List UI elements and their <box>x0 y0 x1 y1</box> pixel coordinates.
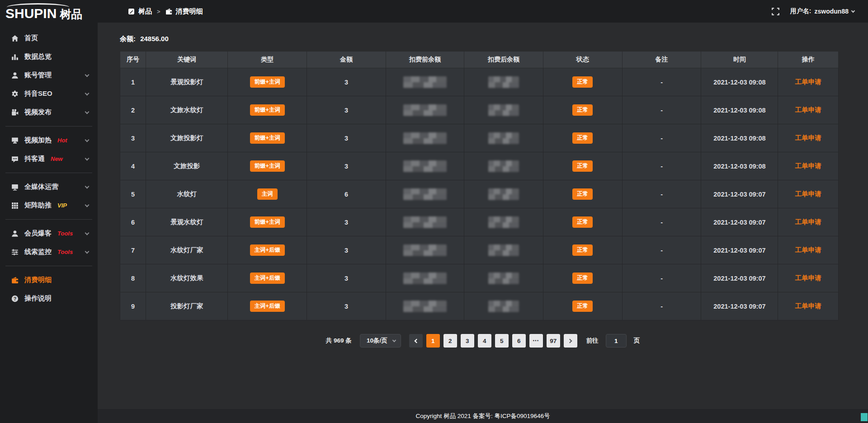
page-button-2[interactable]: 2 <box>443 334 457 348</box>
ticket-request-link[interactable]: 工单申请 <box>795 162 821 169</box>
user-menu[interactable]: 用户名: zswodun88 <box>790 7 854 15</box>
column-header: 时间 <box>701 52 778 68</box>
cell-remark: - <box>622 96 701 124</box>
ticket-request-link[interactable]: 工单申请 <box>795 106 821 113</box>
cell-index: 3 <box>120 124 146 152</box>
status-badge: 正常 <box>572 244 593 256</box>
ticket-request-link[interactable]: 工单申请 <box>795 218 821 226</box>
wallet-icon <box>165 8 172 15</box>
cell-action: 工单申请 <box>778 292 839 320</box>
page-button-1[interactable]: 1 <box>426 334 440 348</box>
sidebar-item-douyin-seo[interactable]: 抖音SEO <box>0 85 98 103</box>
sidebar-divider <box>5 219 92 220</box>
column-header: 关键词 <box>146 52 228 68</box>
cell-status: 正常 <box>543 264 622 292</box>
sidebar-item-instructions[interactable]: ?操作说明 <box>0 289 98 308</box>
cell-keyword: 景观投影灯 <box>146 68 228 96</box>
cell-action: 工单申请 <box>778 68 839 96</box>
page-button-3[interactable]: 3 <box>461 334 474 348</box>
brand-logo: SHUPIN 树品 <box>0 0 98 22</box>
redacted-balance-after <box>488 160 519 172</box>
cell-remark: - <box>622 208 701 236</box>
sidebar-item-label: 抖客通 <box>24 155 45 163</box>
sidebar-item-label: 数据总览 <box>24 52 52 61</box>
chevron-down-icon <box>85 184 90 188</box>
sidebar-nav: 首页数据总览账号管理抖音SEO视频发布视频加热Hot抖客通New全媒体运营矩阵助… <box>0 29 98 308</box>
cell-balance-after <box>464 180 543 208</box>
redacted-balance-after <box>488 301 519 312</box>
sidebar-item-media-operation[interactable]: 全媒体运营 <box>0 178 98 196</box>
topbar-right: 用户名: zswodun88 <box>772 7 854 15</box>
sidebar-item-video-publish[interactable]: 视频发布 <box>0 103 98 122</box>
sidebar-item-member-leads[interactable]: 会员爆客Tools <box>0 224 98 243</box>
sidebar-item-account-manage[interactable]: 账号管理 <box>0 66 98 85</box>
chat-icon <box>11 155 19 163</box>
page-button-5[interactable]: 5 <box>495 334 509 348</box>
balance-label: 余额: <box>120 35 136 42</box>
cell-time: 2021-12-03 09:08 <box>701 68 778 96</box>
cell-amount: 3 <box>307 124 386 152</box>
page-button-6[interactable]: 6 <box>512 334 526 348</box>
sidebar-item-badge: VIP <box>57 202 67 209</box>
brand-name-cn: 树品 <box>60 7 82 22</box>
ticket-request-link[interactable]: 工单申请 <box>795 134 821 141</box>
more-pages-button[interactable]: ••• <box>529 334 543 348</box>
status-badge: 正常 <box>572 273 593 284</box>
column-header: 状态 <box>543 52 622 68</box>
ticket-request-link[interactable]: 工单申请 <box>795 78 821 85</box>
sidebar-item-douketong[interactable]: 抖客通New <box>0 150 98 168</box>
cell-action: 工单申请 <box>778 236 839 264</box>
cell-balance-after <box>464 264 543 292</box>
ticket-request-link[interactable]: 工单申请 <box>795 190 821 197</box>
sidebar-item-home[interactable]: 首页 <box>0 29 98 47</box>
cell-index: 5 <box>120 180 146 208</box>
breadcrumb-root[interactable]: 树品 <box>138 7 152 16</box>
sidebar-divider <box>5 266 92 266</box>
ticket-request-link[interactable]: 工单申请 <box>795 274 821 282</box>
cell-balance-after <box>464 292 543 320</box>
table-row: 9投影灯厂家主词+后缀3正常-2021-12-03 09:07工单申请 <box>120 292 839 320</box>
sidebar-item-clue-monitor[interactable]: 线索监控Tools <box>0 243 98 261</box>
cell-keyword: 文旅投影灯 <box>146 124 228 152</box>
page-size-select[interactable]: 10条/页 <box>360 334 401 348</box>
gear-icon <box>11 90 19 98</box>
cell-balance-after <box>464 124 543 152</box>
table-row: 8水纹灯效果主词+后缀3正常-2021-12-03 09:07工单申请 <box>120 264 839 292</box>
goto-page-input[interactable] <box>606 334 627 348</box>
wallet-icon <box>11 277 19 284</box>
page-button-4[interactable]: 4 <box>478 334 491 348</box>
fullscreen-icon[interactable] <box>772 8 779 15</box>
page-button-97[interactable]: 97 <box>547 334 560 348</box>
ticket-request-link[interactable]: 工单申请 <box>795 246 821 254</box>
brand-name-en: SHUPIN <box>5 6 57 21</box>
status-badge: 正常 <box>572 160 593 172</box>
type-badge: 前缀+主词 <box>250 104 285 116</box>
type-badge: 前缀+主词 <box>250 76 285 88</box>
cell-index: 2 <box>120 96 146 124</box>
prev-page-button[interactable] <box>409 334 423 348</box>
cell-status: 正常 <box>543 292 622 320</box>
column-header: 金额 <box>307 52 386 68</box>
sidebar-item-label: 账号管理 <box>24 71 52 80</box>
cell-remark: - <box>622 124 701 152</box>
sidebar-item-label: 矩阵助推 <box>24 201 52 210</box>
ticket-request-link[interactable]: 工单申请 <box>795 302 821 310</box>
cell-balance-after <box>464 236 543 264</box>
cell-time: 2021-12-03 09:08 <box>701 152 778 180</box>
type-badge: 主词+后缀 <box>250 244 285 256</box>
cell-status: 正常 <box>543 96 622 124</box>
sidebar-item-consumption-detail[interactable]: 消费明细 <box>0 271 98 289</box>
sidebar-item-label: 首页 <box>24 34 38 42</box>
sidebar-item-video-heat[interactable]: 视频加热Hot <box>0 131 98 150</box>
cell-status: 正常 <box>543 124 622 152</box>
cell-balance-after <box>464 152 543 180</box>
sidebar-item-data-overview[interactable]: 数据总览 <box>0 47 98 66</box>
bar-chart-icon <box>11 53 19 61</box>
next-page-button[interactable] <box>564 334 577 348</box>
cell-index: 1 <box>120 68 146 96</box>
cell-time: 2021-12-03 09:07 <box>701 264 778 292</box>
home-icon <box>11 35 19 42</box>
sidebar-item-matrix-boost[interactable]: 矩阵助推VIP <box>0 196 98 215</box>
table-row: 1景观投影灯前缀+主词3正常-2021-12-03 09:08工单申请 <box>120 68 839 96</box>
sliders-icon <box>11 249 19 256</box>
